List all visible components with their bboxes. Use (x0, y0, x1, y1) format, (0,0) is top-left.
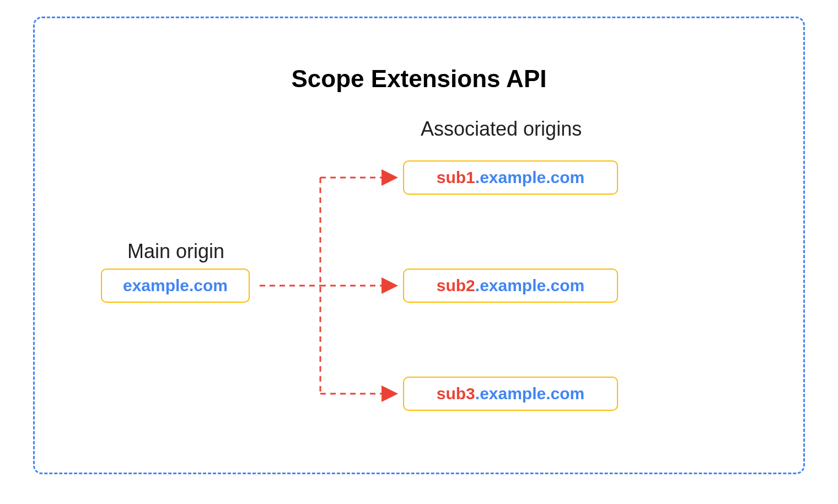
scope-extensions-container: Scope Extensions API Main origin Associa… (33, 17, 805, 474)
associated-origin-text-1: sub1.example.com (437, 168, 584, 187)
associated-origin-text-2: sub2.example.com (437, 276, 584, 295)
main-origin-box: example.com (101, 269, 250, 303)
main-origin-domain: example.com (123, 276, 228, 295)
associated-origin-text-3: sub3.example.com (437, 384, 584, 403)
associated-origin-box-1: sub1.example.com (403, 160, 618, 195)
associated-origin-box-3: sub3.example.com (403, 377, 618, 411)
associated-origin-box-2: sub2.example.com (403, 269, 618, 303)
connection-arrows (260, 160, 403, 411)
associated-origins-label: Associated origins (421, 117, 582, 141)
main-origin-label: Main origin (127, 240, 224, 263)
diagram-title: Scope Extensions API (292, 65, 547, 93)
